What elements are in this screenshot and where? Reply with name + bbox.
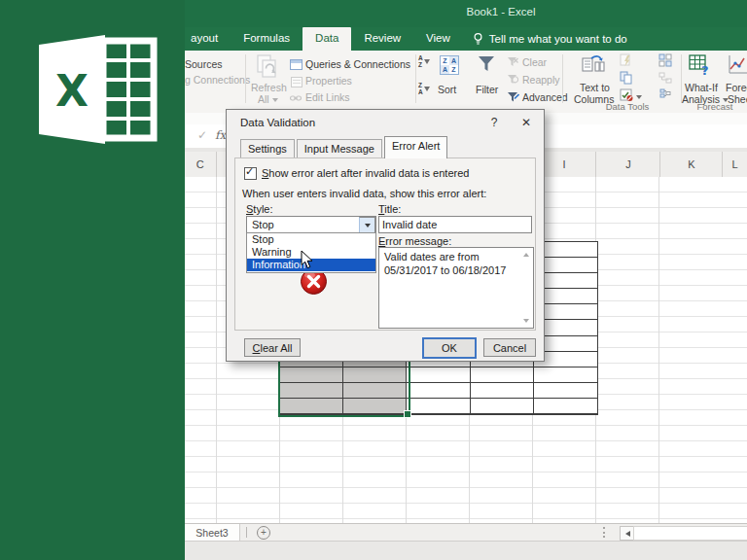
dropdown-arrow-icon: [272, 98, 278, 102]
advanced-filter-icon: [508, 92, 519, 104]
table-cell[interactable]: [407, 383, 470, 399]
group-divider: [245, 54, 246, 103]
column-header-l[interactable]: L: [723, 152, 747, 177]
reapply-icon: [508, 75, 518, 87]
sort-icon[interactable]: ZA AZ: [440, 55, 459, 75]
advanced-filter-button[interactable]: Advanced: [522, 91, 568, 103]
style-option-stop[interactable]: Stop: [247, 233, 375, 246]
excel-logo-icon: X: [21, 31, 167, 148]
tab-data[interactable]: Data: [302, 27, 351, 51]
text-to-columns-label-1[interactable]: Text to: [580, 82, 610, 93]
table-cell[interactable]: [343, 383, 407, 399]
edit-links-icon: [290, 93, 302, 105]
refresh-all-label-2[interactable]: All: [258, 93, 278, 105]
ribbon-sources-label[interactable]: Sources: [185, 58, 223, 70]
clear-filter-button[interactable]: Clear: [522, 56, 547, 68]
window-title: Book1 - Excel: [467, 6, 536, 18]
tell-me-box[interactable]: Tell me what you want to do: [463, 27, 637, 51]
new-sheet-button[interactable]: +: [257, 526, 270, 540]
tab-review[interactable]: Review: [351, 27, 413, 51]
ribbon-tab-bar: ayout Formulas Data Review View Tell me …: [185, 27, 747, 51]
screen: X Book1 - Excel ayout Formulas Data Revi…: [0, 0, 747, 560]
ribbon-existing-connections-label[interactable]: g Connections: [185, 74, 250, 86]
table-cell[interactable]: [343, 368, 407, 383]
left-green-panel: X: [0, 0, 185, 560]
sheet-tab-sheet3[interactable]: Sheet3: [185, 524, 240, 541]
table-cell[interactable]: [534, 368, 597, 383]
clear-all-button[interactable]: Clear All: [244, 338, 301, 357]
table-cell[interactable]: [343, 399, 407, 414]
left-arrow-icon: [625, 531, 630, 537]
lightbulb-icon: [473, 32, 483, 46]
tab-view[interactable]: View: [413, 27, 463, 51]
group-label-data-tools: Data Tools: [584, 101, 671, 112]
ok-button[interactable]: OK: [422, 337, 477, 359]
forecast-sheet-label-1[interactable]: Forecast: [726, 82, 747, 93]
checkmark-icon: ✓: [245, 165, 254, 178]
tell-me-label: Tell me what you want to do: [489, 33, 627, 45]
table-cell[interactable]: [280, 399, 343, 414]
enter-check-icon[interactable]: ✓: [197, 128, 207, 142]
remove-duplicates-icon[interactable]: [620, 71, 634, 85]
relationships-icon: [658, 71, 673, 85]
insert-function-icon[interactable]: fx: [215, 128, 226, 142]
style-dropdown-value: Stop: [252, 219, 274, 230]
scroll-down-icon[interactable]: [523, 319, 529, 323]
dialog-tab-settings[interactable]: Settings: [240, 139, 295, 158]
properties-icon: [291, 77, 302, 88]
fill-handle[interactable]: [404, 410, 411, 418]
svg-text:?: ?: [701, 63, 709, 76]
table-cell[interactable]: [407, 368, 470, 383]
table-cell[interactable]: [471, 399, 534, 414]
what-if-label-1[interactable]: What-If: [685, 82, 718, 93]
column-header-k[interactable]: K: [660, 152, 723, 177]
consolidate-icon[interactable]: [658, 53, 673, 67]
sort-ascending-icon[interactable]: AZ: [418, 55, 430, 68]
table-cell[interactable]: [407, 399, 470, 414]
filter-icon[interactable]: [477, 55, 496, 76]
data-validation-dropdown-icon[interactable]: [636, 95, 642, 99]
table-cell[interactable]: [534, 383, 597, 399]
filter-button[interactable]: Filter: [476, 84, 498, 95]
table-cell[interactable]: [280, 383, 343, 399]
refresh-all-icon[interactable]: [256, 54, 279, 82]
manage-data-model-icon[interactable]: [658, 88, 673, 102]
table-cell[interactable]: [471, 383, 534, 399]
edit-links-button[interactable]: Edit Links: [305, 91, 350, 103]
column-header-j[interactable]: J: [596, 152, 660, 177]
table-cell[interactable]: [471, 368, 534, 383]
refresh-all-label-1[interactable]: Refresh: [251, 82, 287, 93]
cancel-button[interactable]: Cancel: [483, 338, 536, 357]
sort-descending-icon[interactable]: ZA: [418, 83, 430, 95]
queries-connections-button[interactable]: Queries & Connections: [305, 58, 410, 70]
text-to-columns-icon[interactable]: [582, 54, 605, 78]
dialog-close-button[interactable]: ✕: [515, 116, 538, 129]
title-input[interactable]: [378, 216, 532, 233]
what-if-analysis-icon: ?: [689, 54, 710, 78]
column-header-c[interactable]: C: [185, 152, 217, 177]
show-error-alert-checkbox[interactable]: ✓: [244, 167, 257, 180]
scroll-up-icon[interactable]: [523, 253, 529, 257]
error-message-box[interactable]: Valid dates are from 05/31/2017 to 06/18…: [378, 247, 534, 329]
tab-formulas[interactable]: Formulas: [231, 27, 302, 51]
reapply-button[interactable]: Reapply: [522, 74, 560, 86]
dialog-tab-error-alert[interactable]: Error Alert: [384, 136, 448, 158]
style-label: Style:: [246, 203, 273, 215]
group-divider: [415, 54, 416, 103]
dialog-tab-input-message[interactable]: Input Message: [297, 139, 382, 158]
dialog-help-button[interactable]: ?: [483, 116, 505, 129]
data-validation-icon[interactable]: [620, 88, 634, 102]
tab-layout[interactable]: ayout: [185, 27, 231, 51]
group-label-forecast: Forecast: [671, 101, 747, 112]
error-message-label: Error message:: [378, 235, 451, 247]
style-dropdown[interactable]: Stop: [246, 216, 376, 233]
scrollbar-grip-icon[interactable]: [603, 527, 606, 538]
table-cell[interactable]: [534, 399, 597, 414]
sort-button[interactable]: Sort: [438, 84, 456, 95]
sheet-tab-divider: [246, 527, 247, 538]
forecast-sheet-icon[interactable]: [728, 54, 747, 78]
hscroll-track[interactable]: [633, 526, 747, 541]
data-validation-dialog: Data Validation ? ✕ Settings Input Messa…: [226, 109, 545, 362]
table-cell[interactable]: [280, 368, 343, 383]
properties-button[interactable]: Properties: [305, 75, 352, 87]
